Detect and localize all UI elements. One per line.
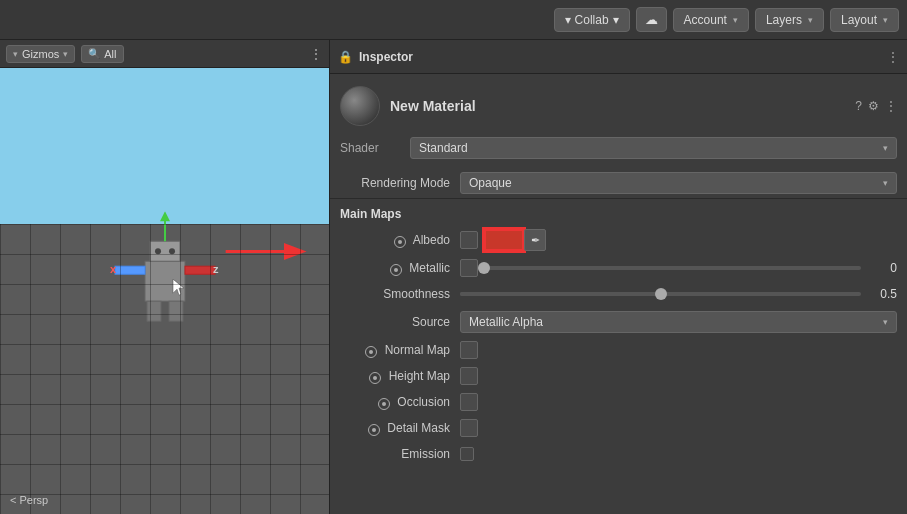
search-icon: 🔍	[88, 48, 100, 59]
emission-checkbox[interactable]	[460, 447, 474, 461]
material-sphere-preview	[340, 86, 380, 126]
detail-mask-value	[460, 419, 897, 437]
source-label: Source	[340, 315, 460, 329]
layers-label: Layers	[766, 13, 802, 27]
smoothness-value: 0.5	[460, 287, 897, 301]
metallic-slider-track[interactable]	[484, 266, 861, 270]
cloud-button[interactable]: ☁	[636, 7, 667, 32]
collab-caret2: ▾	[613, 13, 619, 27]
height-map-row: Height Map	[330, 363, 907, 389]
metallic-dot-icon	[390, 264, 402, 276]
shader-value: Standard	[419, 141, 468, 155]
detail-mask-texture-slot[interactable]	[460, 419, 478, 437]
svg-point-2	[155, 248, 161, 254]
detail-mask-dot-icon	[368, 424, 380, 436]
normal-map-value	[460, 341, 897, 359]
svg-rect-4	[115, 266, 145, 274]
smoothness-slider-track[interactable]	[460, 292, 861, 296]
main-maps-section: Main Maps Albedo ✒	[330, 198, 907, 471]
occlusion-dot-icon	[378, 398, 390, 410]
normal-map-label: Normal Map	[340, 343, 460, 358]
svg-text:x: x	[110, 263, 117, 275]
height-map-dot-icon	[369, 372, 381, 384]
smoothness-slider-fill	[460, 292, 661, 296]
albedo-dot-icon	[394, 236, 406, 248]
scene-panel: Gizmos 🔍 All ⋮	[0, 40, 330, 514]
metallic-texture-slot[interactable]	[460, 259, 478, 277]
source-dropdown[interactable]: Metallic Alpha	[460, 311, 897, 333]
albedo-swatch-wrap: ✒	[484, 229, 546, 251]
detail-mask-label: Detail Mask	[340, 421, 460, 436]
collab-label: Collab	[575, 13, 609, 27]
material-help-icon[interactable]: ?	[855, 99, 862, 113]
rendering-mode-dropdown[interactable]: Opaque	[460, 172, 897, 194]
height-map-texture-slot[interactable]	[460, 367, 478, 385]
source-row: Source Metallic Alpha	[330, 307, 907, 337]
layers-chevron	[808, 15, 813, 25]
metallic-slider-thumb[interactable]	[478, 262, 490, 274]
main-layout: Gizmos 🔍 All ⋮	[0, 40, 907, 514]
inspector-header: 🔒 Inspector ⋮	[330, 40, 907, 74]
inspector-header-icons: ⋮	[887, 50, 899, 64]
main-maps-title: Main Maps	[330, 203, 907, 225]
rendering-mode-value: Opaque	[460, 172, 897, 194]
detail-mask-row: Detail Mask	[330, 415, 907, 441]
gizmos-button[interactable]: Gizmos	[6, 45, 75, 63]
occlusion-value	[460, 393, 897, 411]
account-label: Account	[684, 13, 727, 27]
source-chevron	[883, 317, 888, 327]
inspector-settings-icon[interactable]: ⋮	[887, 50, 899, 64]
smoothness-row: Smoothness 0.5	[330, 281, 907, 307]
account-chevron	[733, 15, 738, 25]
inspector-panel: 🔒 Inspector ⋮ New Material ? ⚙ ⋮ Shader	[330, 40, 907, 514]
gizmos-caret	[13, 49, 18, 59]
emission-label: Emission	[340, 447, 460, 461]
svg-point-3	[169, 248, 175, 254]
albedo-color-swatch[interactable]	[484, 229, 524, 251]
layers-button[interactable]: Layers	[755, 8, 824, 32]
source-value: Metallic Alpha	[460, 311, 897, 333]
material-header: New Material ? ⚙ ⋮	[330, 82, 907, 134]
emission-value	[460, 447, 897, 461]
layout-button[interactable]: Layout	[830, 8, 899, 32]
metallic-row: Metallic 0	[330, 255, 907, 281]
emission-row: Emission	[330, 441, 907, 467]
shader-dropdown[interactable]: Standard	[410, 137, 897, 159]
material-header-icons: ? ⚙ ⋮	[855, 99, 897, 113]
metallic-slider-value: 0	[869, 261, 897, 275]
inspector-body: New Material ? ⚙ ⋮ Shader Standard Rende…	[330, 74, 907, 514]
source-text: Metallic Alpha	[469, 315, 543, 329]
albedo-texture-slot[interactable]	[460, 231, 478, 249]
scene-toolbar-dots[interactable]: ⋮	[309, 46, 323, 62]
svg-marker-12	[173, 279, 184, 295]
eyedropper-icon: ✒	[531, 234, 540, 247]
layout-chevron	[883, 15, 888, 25]
scene-view: x z < Persp	[0, 68, 329, 514]
annotation-arrow	[0, 68, 329, 514]
material-settings-icon[interactable]: ⚙	[868, 99, 879, 113]
occlusion-texture-slot[interactable]	[460, 393, 478, 411]
scene-background: x z	[0, 68, 329, 514]
smoothness-slider-thumb[interactable]	[655, 288, 667, 300]
shader-row: Shader Standard	[330, 134, 907, 162]
svg-rect-5	[185, 266, 215, 274]
smoothness-slider-wrap: 0.5	[460, 287, 897, 301]
normal-map-texture-slot[interactable]	[460, 341, 478, 359]
albedo-label: Albedo	[340, 233, 460, 248]
material-name: New Material	[390, 98, 476, 114]
topbar: ▾ Collab ▾ ☁ Account Layers Layout	[0, 0, 907, 40]
occlusion-row: Occlusion	[330, 389, 907, 415]
eyedropper-button[interactable]: ✒	[524, 229, 546, 251]
svg-rect-7	[169, 301, 183, 321]
collab-caret: ▾	[565, 13, 571, 27]
collab-button[interactable]: ▾ Collab ▾	[554, 8, 630, 32]
shader-chevron	[883, 143, 888, 153]
smoothness-label: Smoothness	[340, 287, 460, 301]
layout-label: Layout	[841, 13, 877, 27]
material-more-icon[interactable]: ⋮	[885, 99, 897, 113]
normal-map-dot-icon	[365, 346, 377, 358]
height-map-label: Height Map	[340, 369, 460, 384]
gizmos-caret2	[63, 49, 68, 59]
account-button[interactable]: Account	[673, 8, 749, 32]
all-label: All	[104, 48, 116, 60]
